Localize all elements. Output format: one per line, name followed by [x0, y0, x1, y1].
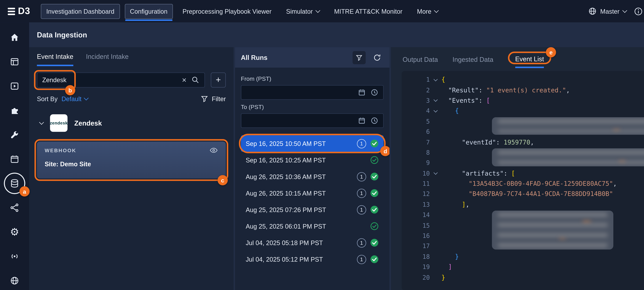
calendar-icon[interactable] — [358, 117, 366, 124]
tab-event-intake[interactable]: Event Intake — [37, 53, 74, 66]
runs-filter-button[interactable] — [352, 51, 366, 64]
run-date: Jul 04, 2025 05:12 PM PST — [246, 255, 323, 263]
sidebar-item-home[interactable] — [3, 27, 26, 47]
sidebar-item-connections[interactable] — [3, 198, 26, 217]
clear-search-icon[interactable]: × — [182, 76, 186, 84]
nav-configuration[interactable]: Configuration — [124, 4, 173, 19]
card-site-label: Site: Demo Site — [45, 161, 218, 168]
redacted-block — [492, 117, 644, 135]
redacted-block — [492, 148, 644, 166]
run-date: Aug 25, 2025 06:01 PM PST — [246, 223, 326, 230]
run-row-selected[interactable]: Sep 16, 2025 10:50 AM PST 1 d — [241, 135, 384, 152]
tab-ingested-data[interactable]: Ingested Data — [452, 56, 493, 67]
integration-group-row[interactable]: zendesk Zendesk — [37, 114, 226, 132]
card-type-label: WEBHOOK — [45, 147, 209, 153]
sidebar-item-global[interactable] — [3, 270, 26, 290]
tab-incident-intake[interactable]: Incident Intake — [86, 53, 129, 66]
sidebar-item-utilities[interactable] — [3, 124, 26, 144]
add-source-button[interactable]: + — [211, 73, 226, 88]
to-date-input[interactable] — [241, 113, 384, 128]
from-date-input[interactable] — [241, 85, 384, 100]
chevron-down-icon[interactable] — [39, 120, 44, 124]
code-line: 10"artifacts": [ — [402, 168, 644, 179]
sidebar-item-live-feed[interactable] — [3, 246, 26, 266]
sidebar-item-data-ingestion[interactable]: a — [3, 173, 26, 193]
intake-tabs: Event Intake Incident Intake — [37, 53, 226, 66]
chevron-down-icon — [316, 8, 320, 13]
line-number: 4 — [402, 107, 430, 114]
code-line: 3"Events": [ — [402, 95, 644, 106]
success-check-icon — [370, 189, 379, 198]
sidebar-item-playbooks[interactable] — [3, 76, 26, 96]
sidebar-item-boards[interactable] — [3, 52, 26, 72]
run-row[interactable]: Aug 25, 2025 07:26 PM PST 1 — [241, 201, 384, 218]
wrench-icon — [10, 130, 19, 139]
success-check-icon — [370, 222, 379, 231]
event-count-badge: 1 — [357, 238, 366, 247]
clock-icon[interactable] — [370, 88, 378, 96]
line-number: 12 — [402, 190, 430, 198]
sidebar-item-schedule[interactable] — [3, 149, 26, 169]
code-line: 13], — [402, 199, 644, 210]
runs-refresh-button[interactable] — [370, 51, 384, 64]
nav-simulator[interactable]: Simulator — [281, 4, 324, 18]
search-icon[interactable] — [192, 76, 200, 84]
sidebar-item-settings[interactable]: ⚙ — [3, 222, 26, 242]
run-row[interactable]: Sep 16, 2025 10:25 AM PST — [241, 152, 384, 168]
run-row[interactable]: Aug 26, 2025 10:36 AM PST 1 — [241, 168, 384, 185]
line-number: 1 — [402, 76, 430, 83]
fold-chevron-icon[interactable] — [430, 79, 442, 81]
tab-event-list[interactable]: Event List — [515, 56, 544, 68]
clock-icon[interactable] — [370, 117, 378, 124]
annotation-b: b — [65, 85, 75, 95]
zendesk-logo: zendesk — [50, 114, 68, 132]
run-row[interactable]: Aug 25, 2025 06:01 PM PST — [241, 218, 384, 234]
line-number: 5 — [402, 117, 430, 125]
sort-by-dropdown[interactable]: Default — [62, 95, 88, 102]
tab-output-data[interactable]: Output Data — [403, 56, 438, 67]
line-number: 6 — [402, 128, 430, 135]
fold-chevron-icon[interactable] — [430, 110, 442, 112]
code-line: 5 — [402, 116, 644, 126]
code-line: 7"eventId": 1959770, — [402, 137, 644, 147]
code-line: 14 — [402, 210, 644, 220]
d3-logo[interactable]: D3 — [8, 6, 30, 17]
d3-logo-text: D3 — [18, 6, 30, 17]
search-input[interactable]: Zendesk × — [37, 73, 205, 88]
run-row[interactable]: Aug 26, 2025 10:15 AM PST 1 — [241, 185, 384, 201]
fold-chevron-icon[interactable] — [430, 99, 442, 101]
board-icon — [10, 57, 19, 66]
fold-chevron-icon[interactable] — [430, 172, 442, 174]
webhook-card[interactable]: WEBHOOK Site: Demo Site c — [37, 141, 226, 179]
code-line: 1{ — [402, 74, 644, 85]
calendar-icon[interactable] — [358, 88, 366, 96]
filter-button[interactable]: Filter — [201, 95, 226, 103]
runs-panel-title: All Runs — [241, 54, 348, 61]
line-number: 11 — [402, 180, 430, 187]
search-value: Zendesk — [42, 76, 177, 84]
nav-mitre-attack-monitor[interactable]: MITRE ATT&CK Monitor — [329, 4, 408, 18]
success-check-icon — [370, 205, 379, 214]
success-check-icon — [370, 172, 379, 181]
globe-icon — [588, 7, 597, 16]
annotation-c: c — [218, 175, 228, 185]
event-count-badge: 1 — [357, 255, 366, 264]
eye-icon[interactable] — [209, 147, 218, 154]
annotation-e: e — [546, 47, 556, 57]
nav-investigation-dashboard[interactable]: Investigation Dashboard — [41, 4, 120, 19]
sidebar-item-integrations[interactable] — [3, 100, 26, 120]
region-label: Master — [600, 8, 620, 15]
line-number: 16 — [402, 232, 430, 239]
nav-preprocessing-playbook-viewer[interactable]: Preprocessing Playbook Viewer — [178, 4, 276, 18]
run-date: Aug 26, 2025 10:15 AM PST — [246, 190, 326, 197]
code-line: 18} — [402, 251, 644, 262]
run-row[interactable]: Jul 04, 2025 05:12 PM PST 1 — [241, 251, 384, 267]
region-selector[interactable]: Master — [588, 7, 626, 16]
nav-more[interactable]: More — [412, 4, 443, 18]
d3-logo-icon — [8, 8, 15, 15]
info-button[interactable] — [634, 7, 643, 16]
calendar-icon — [10, 154, 19, 164]
line-number: 17 — [402, 242, 430, 250]
redacted-block — [492, 211, 613, 249]
run-row[interactable]: Jul 04, 2025 05:18 PM PST 1 — [241, 234, 384, 251]
